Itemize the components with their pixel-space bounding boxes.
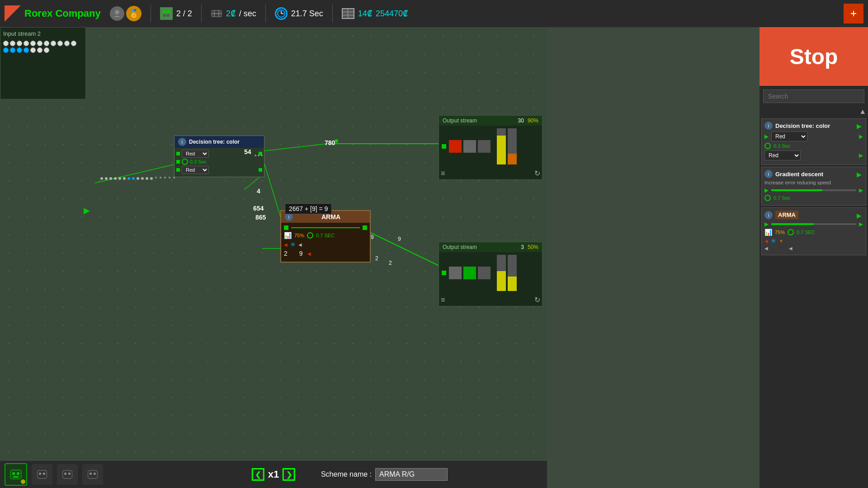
arma-vals-row: 2 9 ◀: [284, 250, 367, 257]
svg-point-48: [43, 473, 45, 475]
search-input[interactable]: [763, 89, 864, 103]
gd-play[interactable]: ▶: [764, 187, 769, 193]
color-squares-top: [449, 140, 491, 153]
top-right-button[interactable]: [844, 4, 863, 23]
dt-card-info[interactable]: i: [764, 122, 773, 130]
svg-point-29: [132, 177, 135, 180]
arma-card-starburst: ✳: [771, 237, 776, 244]
color-sq-red: [449, 140, 462, 153]
gd-card-info[interactable]: i: [764, 170, 773, 178]
gd-slider[interactable]: [771, 189, 856, 191]
worker-icon: [160, 7, 173, 20]
canvas-num-54-dots: [253, 151, 267, 160]
dt-dropdown-2[interactable]: Red: [182, 166, 209, 174]
dt-info-btn[interactable]: i: [178, 138, 186, 146]
svg-point-50: [64, 473, 66, 475]
stop-button[interactable]: Stop: [760, 27, 868, 86]
panel-scroll[interactable]: i Decision tree: color ▶ ▶ Red ▶ 0.3 Sec…: [760, 117, 868, 488]
svg-point-23: [105, 177, 108, 180]
arma-card-header: i ARMA ▶: [764, 211, 863, 219]
arma-body: 📊 75% 0.7 SEC ◀ ✳ ◀ 2 9 ◀: [281, 223, 370, 262]
svg-rect-46: [38, 470, 47, 479]
arma-card-title: ARMA: [775, 211, 798, 219]
arma-card-info[interactable]: i: [764, 211, 773, 219]
output-top-header: Output stream 30 90%: [439, 116, 542, 126]
arma-card-tri-2r: ◀: [789, 246, 793, 251]
gd-speed: 0.7 Sec: [774, 195, 790, 201]
coin-rate-stat: 2₡ / sec: [211, 8, 256, 19]
svg-point-34: [155, 177, 157, 178]
svg-point-0: [115, 10, 119, 14]
arma-card-slider[interactable]: [771, 223, 856, 225]
worker-stat: 2 / 2: [160, 7, 192, 20]
bot-avatar-3[interactable]: [57, 464, 78, 485]
stop-button-label: Stop: [790, 44, 838, 69]
scroll-up-arrow[interactable]: ▲: [859, 108, 866, 116]
svg-point-40: [258, 155, 259, 156]
bot-avatar-active[interactable]: [5, 463, 27, 486]
output-bot-title: Output stream: [443, 244, 477, 250]
stack-icon-bot[interactable]: ≡: [441, 296, 445, 304]
bot-avatar-2[interactable]: [32, 464, 52, 485]
dt-card-arrow-r[interactable]: ▶: [859, 133, 863, 140]
dot-trail: [99, 174, 181, 185]
bar-2-fill: [508, 154, 517, 164]
arma-card-arrow-r[interactable]: ▶: [859, 221, 863, 227]
dt-dropdown-1[interactable]: Red: [182, 150, 209, 158]
dt-card-speed: 0.3 Sec: [774, 143, 790, 149]
arma-port-in-l: [284, 225, 288, 230]
color-sq-gray2: [478, 140, 491, 153]
dt-card-arrow-r2[interactable]: ▶: [859, 152, 863, 159]
dt-card-dd-2[interactable]: Red: [764, 150, 801, 160]
dt-port-in: [176, 152, 180, 155]
game-canvas[interactable]: ▶ Input stream 2 i Decisio: [0, 27, 547, 461]
gd-arrow-r[interactable]: ▶: [859, 187, 863, 193]
bot-avatar-4[interactable]: [82, 464, 103, 485]
dt-card-dd-1[interactable]: Red: [771, 131, 807, 141]
arma-card-play[interactable]: ▶: [764, 221, 769, 227]
worker-count: 2 / 2: [176, 9, 192, 19]
arma-card-play[interactable]: ▶: [857, 212, 863, 218]
play-arrow-1[interactable]: ▶: [84, 206, 90, 216]
canvas-num-865: 865: [255, 214, 266, 221]
arma-pct: 75%: [294, 233, 304, 238]
divider-3: [265, 5, 266, 23]
speed-decrease-btn[interactable]: ❮: [252, 468, 264, 481]
svg-point-51: [68, 473, 71, 475]
arma-card-speed-icon: [788, 229, 794, 235]
stack-icon-top[interactable]: ≡: [441, 169, 445, 178]
output-stream-bottom: Output stream 3 50%: [439, 242, 542, 306]
dt-card-row-1: ▶ Red ▶: [764, 131, 863, 141]
dt-card-play-2[interactable]: ▶: [764, 133, 769, 140]
arma-tri-l: ◀: [284, 242, 288, 247]
svg-rect-49: [63, 470, 72, 479]
dt-card-play[interactable]: ▶: [857, 122, 863, 129]
divider-2: [201, 5, 202, 23]
bar-bot-2: [508, 255, 517, 291]
bottom-bar: ❮ x1 ❯ Scheme name :: [0, 461, 547, 488]
timer-stat: 21.7 Sec: [275, 7, 323, 20]
dt-speed-val: 0.3 Sec: [190, 159, 207, 164]
gd-card-play[interactable]: ▶: [857, 171, 863, 177]
gd-speed-row: 0.7 Sec: [764, 195, 863, 201]
scheme-name-input[interactable]: [375, 468, 448, 481]
arma-card-tris-row: ◀ ◀: [764, 246, 863, 251]
refresh-icon-bot[interactable]: ↻: [534, 296, 540, 304]
arma-port-out-r: [363, 225, 367, 230]
gd-card-title: Gradient descent: [775, 171, 823, 178]
svg-rect-1: [163, 10, 166, 13]
speed-increase-btn[interactable]: ❯: [283, 468, 295, 481]
svg-point-30: [137, 177, 139, 180]
output-top-port: [442, 144, 446, 149]
gd-speed-icon: [764, 195, 771, 201]
canvas-num-2-r: 2: [375, 255, 378, 262]
arma-ports-row: [284, 225, 367, 230]
scheme-label-group: Scheme name :: [321, 468, 448, 481]
svg-line-18: [260, 144, 327, 151]
input-stream-node: Input stream 2: [0, 27, 86, 99]
svg-point-37: [169, 177, 170, 178]
arma-card-tri-2l: ◀: [764, 246, 768, 251]
timer-icon: [275, 7, 288, 20]
refresh-icon-top[interactable]: ↻: [534, 169, 540, 178]
svg-rect-4: [167, 14, 170, 17]
